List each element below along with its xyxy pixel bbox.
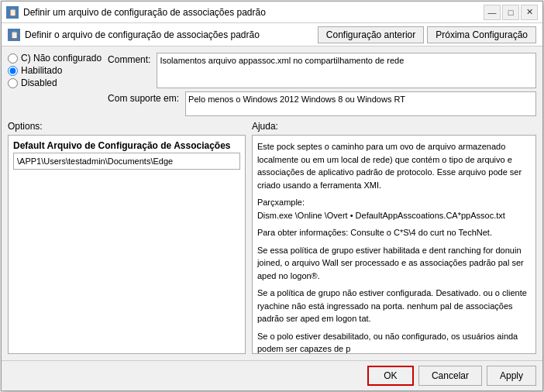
comment-label: Comment: (108, 53, 150, 65)
header-row: C) Não configurado Habilitado Disabled C… (8, 53, 536, 116)
help-paragraph: Parçxample:Dism.exe \Online \Overt • Def… (257, 196, 531, 222)
next-config-button[interactable]: Próxima Configuração (427, 26, 536, 43)
cancel-button[interactable]: Cancelar (418, 366, 482, 386)
not-configured-radio[interactable] (8, 53, 18, 64)
options-panel: Options: Default Arquivo de Configuração… (8, 121, 246, 354)
disabled-label: Disabled (21, 77, 57, 88)
help-paragraph: Se essa política de grupo estiver habili… (257, 244, 531, 283)
toolbar: 📋 Definir o arquivo de configuração de a… (2, 23, 542, 46)
options-label: Options: (8, 121, 246, 132)
close-button[interactable]: ✕ (521, 5, 538, 20)
options-inner: Default Arquivo de Configuração de Assoc… (8, 135, 246, 354)
window-title: Definir um arquivo de configuração de as… (23, 7, 479, 18)
window-icon: 📋 (6, 6, 19, 19)
disabled-radio[interactable] (8, 78, 18, 88)
options-row: Default Arquivo de Configuração de Assoc… (13, 140, 240, 170)
help-paragraph: Se o polo estiver desabilitado, ou não c… (257, 330, 531, 355)
support-section: Com suporte em: Pelo menos o Windows 201… (108, 91, 536, 116)
main-window: 📋 Definir um arquivo de configuração de … (1, 1, 543, 391)
help-label: Ajuda: (252, 121, 536, 132)
minimize-button[interactable]: — (484, 5, 501, 20)
options-field-input[interactable] (13, 153, 240, 170)
toolbar-icon: 📋 (8, 29, 20, 41)
help-paragraph: Se a política de grupo não estiver confi… (257, 287, 531, 325)
enabled-radio[interactable] (8, 66, 18, 76)
comment-textarea[interactable] (157, 53, 536, 88)
disabled-row: Disabled (8, 77, 102, 88)
maximize-button[interactable]: □ (502, 5, 519, 20)
prev-config-button[interactable]: Configuração anterior (318, 26, 424, 43)
support-text: Pelo menos o Windows 2012 Windows 8 ou W… (185, 91, 536, 116)
not-configured-row: C) Não configurado (8, 53, 102, 64)
not-configured-label: C) Não configurado (21, 53, 102, 64)
button-bar: OK Cancelar Apply (2, 360, 542, 390)
toolbar-title: Definir o arquivo de configuração de ass… (25, 29, 313, 40)
help-paragraph: Para obter informações: Consulte o C*S\4… (257, 226, 531, 239)
apply-button[interactable]: Apply (487, 366, 536, 386)
state-column: C) Não configurado Habilitado Disabled (8, 53, 102, 88)
title-bar: 📋 Definir um arquivo de configuração de … (2, 2, 542, 23)
help-paragraph: Este pock septes o caminho para um ovo d… (257, 140, 531, 191)
options-field-label: Default Arquivo de Configuração de Assoc… (13, 140, 240, 151)
window-controls: — □ ✕ (484, 5, 538, 20)
help-content: Este pock septes o caminho para um ovo d… (252, 135, 536, 354)
nav-buttons: Configuração anterior Próxima Configuraç… (318, 26, 536, 43)
ok-button[interactable]: OK (367, 366, 414, 386)
enabled-row: Habilitado (8, 65, 102, 76)
help-panel: Ajuda: Este pock septes o caminho para u… (252, 121, 536, 354)
main-content: C) Não configurado Habilitado Disabled C… (2, 46, 542, 360)
panels-section: Options: Default Arquivo de Configuração… (8, 121, 536, 354)
enabled-label: Habilitado (21, 65, 62, 76)
support-label: Com suporte em: (108, 91, 179, 104)
